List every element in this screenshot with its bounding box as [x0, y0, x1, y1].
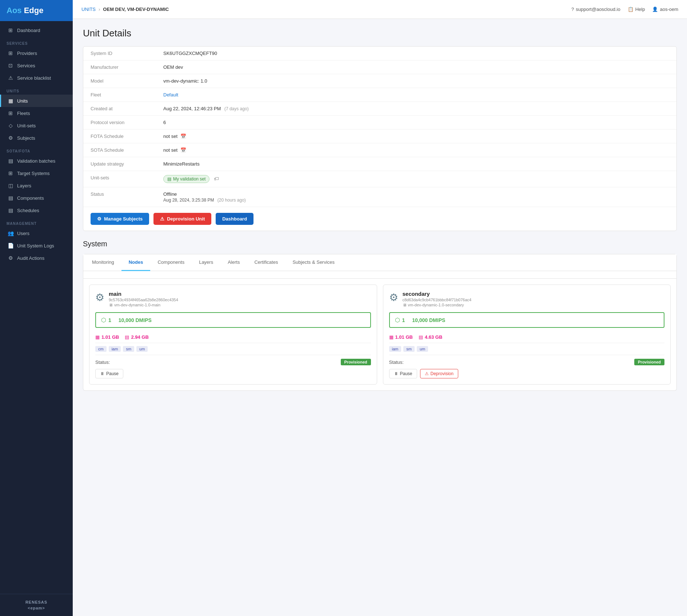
cpu-icon-2: ⬡ — [395, 317, 400, 323]
field-value: vm-dev-dynamic: 1.0 — [156, 74, 676, 88]
breadcrumb-current: OEM DEV, VM-DEV-DYNAMIC — [103, 7, 169, 12]
fleet-link[interactable]: Default — [163, 92, 178, 98]
sidebar-item-services[interactable]: ⊡ Services — [0, 59, 73, 72]
field-value-status: Offline Aug 28, 2024, 3:25:38 PM (20 hou… — [156, 187, 676, 207]
help-label: Help — [635, 7, 645, 12]
table-row: FOTA Schedule not set 📅 — [83, 130, 676, 143]
dmips-metric: 10,000 DMIPS — [119, 317, 152, 323]
sidebar-item-audit-actions[interactable]: ⚙ Audit Actions — [0, 252, 73, 264]
field-label: Status — [83, 187, 156, 207]
breadcrumb: UNITS › OEM DEV, VM-DEV-DYNAMIC — [81, 7, 169, 12]
field-label: FOTA Schedule — [83, 130, 156, 143]
help-link[interactable]: 📋 Help — [628, 7, 645, 12]
breadcrumb-units[interactable]: UNITS — [81, 7, 96, 12]
monitor-icon-2: 🖥 — [403, 303, 407, 307]
sidebar-subjects-label: Subjects — [17, 135, 35, 141]
tab-layers[interactable]: Layers — [192, 254, 220, 271]
sidebar-item-validation-batches[interactable]: ▤ Validation batches — [0, 155, 73, 167]
tab-subjects-services[interactable]: Subjects & Services — [285, 254, 342, 271]
field-value: OEM dev — [156, 60, 676, 74]
pause-button-main[interactable]: ⏸ Pause — [95, 369, 123, 378]
node-main-actions: ⏸ Pause — [95, 369, 371, 378]
field-value: 6 — [156, 116, 676, 130]
cpu-count-2: 1 — [402, 317, 405, 323]
providers-icon: ⊞ — [8, 50, 13, 56]
sidebar-item-target-systems[interactable]: ⊞ Target Systems — [0, 167, 73, 179]
content-area: Unit Details System ID SK6UTGGZXCMQEFT90… — [73, 19, 687, 616]
cpu-metric: ⬡ 1 — [101, 317, 111, 323]
sidebar-item-dashboard[interactable]: ⊞ Dashboard — [0, 24, 73, 36]
field-label: Update strategy — [83, 157, 156, 171]
blacklist-icon: ⚠ — [8, 75, 13, 81]
sidebar-section-services: Services — [0, 36, 73, 47]
sidebar-item-schedules[interactable]: ▤ Schedules — [0, 204, 73, 216]
sidebar-item-units[interactable]: ▦ Units — [0, 95, 73, 107]
dmips-metric-2: 10,000 DMIPS — [412, 317, 445, 323]
sidebar-footer: RENESAS <epam> — [0, 594, 73, 616]
sidebar-users-label: Users — [17, 231, 29, 236]
sidebar-unit-sets-label: Unit-sets — [17, 123, 36, 128]
deprovision-unit-button[interactable]: ⚠ Deprovision Unit — [153, 213, 211, 225]
tab-components[interactable]: Components — [150, 254, 192, 271]
table-row: System ID SK6UTGGZXCMQEFT90 — [83, 47, 676, 60]
node-secondary-services: iam sm um — [389, 346, 665, 355]
target-icon: ⊞ — [8, 170, 13, 176]
sidebar-item-subjects[interactable]: ⚙ Subjects — [0, 132, 73, 144]
page-title: Unit Details — [83, 28, 677, 39]
sidebar-item-providers[interactable]: ⊞ Providers — [0, 47, 73, 59]
sidebar-item-service-blacklist[interactable]: ⚠ Service blacklist — [0, 72, 73, 84]
sidebar-item-unit-sets[interactable]: ◇ Unit-sets — [0, 119, 73, 132]
user-menu[interactable]: 👤 aos-oem — [652, 7, 678, 12]
units-icon: ▦ — [8, 98, 13, 104]
user-name: aos-oem — [660, 7, 678, 12]
deprovision-button-secondary[interactable]: ⚠ Deprovision — [420, 369, 458, 378]
field-value-fleet[interactable]: Default — [156, 88, 676, 102]
node-secondary-model: 🖥 vm-dev-dynamic-1.0-secondary — [403, 303, 472, 307]
node-header-secondary: ⚙ secondary c8d63da4c9cb4761bbbc84f71b07… — [389, 291, 665, 307]
sidebar-target-label: Target Systems — [17, 171, 50, 176]
node-main-metrics: ⬡ 1 10,000 DMIPS — [95, 312, 371, 328]
sidebar-item-fleets[interactable]: ⊞ Fleets — [0, 107, 73, 119]
status-label-2: Status: — [389, 359, 404, 365]
fleets-icon: ⊞ — [8, 110, 13, 116]
tab-certificates[interactable]: Certificates — [247, 254, 285, 271]
table-row: Manufacturer OEM dev — [83, 60, 676, 74]
sidebar-item-components[interactable]: ▤ Components — [0, 192, 73, 204]
node-main-info: main 9c5763c4934f465aa62b8e2860ec4354 🖥 … — [109, 291, 178, 307]
field-value-unit-sets: ▤ My validation set 🏷 — [156, 171, 676, 187]
pause-button-secondary[interactable]: ⏸ Pause — [389, 369, 417, 378]
status-date: Aug 28, 2024, 3:25:38 PM — [163, 198, 214, 203]
dashboard-button[interactable]: Dashboard — [216, 213, 253, 225]
field-label: Model — [83, 74, 156, 88]
support-link[interactable]: ? support@aoscloud.io — [571, 7, 620, 12]
table-row: Unit-sets ▤ My validation set 🏷 — [83, 171, 676, 187]
unit-sets-icon: ◇ — [8, 123, 13, 128]
logo: Aos Edge — [0, 0, 73, 21]
node-card-secondary: ⚙ secondary c8d63da4c9cb4761bbbc84f71b07… — [383, 285, 671, 385]
ram-used: ▦ 1.01 GB — [95, 334, 119, 340]
tab-alerts[interactable]: Alerts — [220, 254, 247, 271]
manage-subjects-button[interactable]: ⚙ Manage Subjects — [91, 213, 149, 225]
sidebar-components-label: Components — [17, 195, 44, 201]
field-value: not set 📅 — [156, 130, 676, 143]
manage-icon: ⚙ — [97, 216, 101, 222]
validation-set-icon: ▤ — [167, 176, 171, 182]
provisioned-badge: Provisioned — [341, 359, 371, 365]
node-main-hash: 9c5763c4934f465aa62b8e2860ec4354 — [109, 298, 178, 302]
created-at-value: Aug 22, 2024, 12:46:23 PM — [163, 106, 221, 111]
unit-sets-tag-icon: 🏷 — [214, 176, 219, 182]
users-icon: 👥 — [8, 230, 13, 236]
tab-monitoring[interactable]: Monitoring — [85, 254, 121, 271]
node-card-main: ⚙ main 9c5763c4934f465aa62b8e2860ec4354 … — [89, 285, 377, 385]
manage-label: Manage Subjects — [104, 216, 143, 222]
main-area: UNITS › OEM DEV, VM-DEV-DYNAMIC ? suppor… — [73, 0, 687, 616]
tab-nodes[interactable]: Nodes — [121, 254, 151, 271]
svc-tag-sm-2: sm — [403, 346, 415, 352]
sidebar-item-unit-system-logs[interactable]: 📄 Unit System Logs — [0, 239, 73, 252]
sidebar-item-users[interactable]: 👥 Users — [0, 227, 73, 239]
svc-tag-um: um — [136, 346, 148, 352]
system-title: System — [83, 240, 677, 248]
sidebar-item-layers[interactable]: ◫ Layers — [0, 179, 73, 192]
components-icon: ▤ — [8, 195, 13, 201]
cpu-count: 1 — [108, 317, 111, 323]
